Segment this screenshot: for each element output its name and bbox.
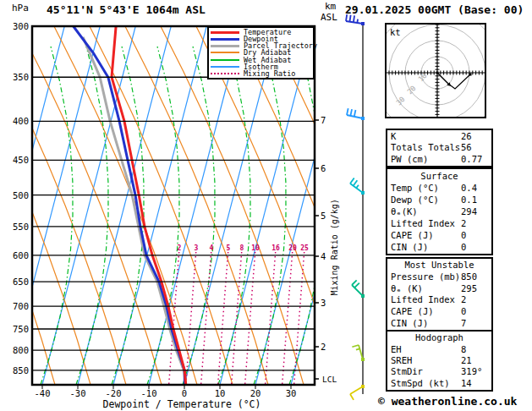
row-label: PW (cm) xyxy=(391,154,461,165)
temp-tick-label: -20 xyxy=(106,388,122,398)
row-value: 56 xyxy=(461,142,491,153)
table-row: CIN (J)7 xyxy=(391,318,491,329)
legend-swatch xyxy=(211,52,239,53)
row-value: 0 xyxy=(461,306,491,317)
mixing-ratio-value: 3 xyxy=(195,244,199,252)
legend-swatch xyxy=(211,45,239,47)
pressure-tick-label: 400 xyxy=(13,116,29,126)
lcl-label: LCL xyxy=(322,375,337,384)
isotherm-line xyxy=(220,26,313,385)
row-label: SREH xyxy=(391,355,461,366)
hodograph-ring-label: 30 xyxy=(394,95,406,107)
legend-item: Mixing Ratio xyxy=(211,70,311,77)
skewt-chart: 2345810162025300350400450500550600650700… xyxy=(0,0,379,411)
km-tick-label: 6 xyxy=(321,163,326,173)
dry-adiabat-line xyxy=(54,26,197,385)
mixing-ratio-value: 20 xyxy=(288,244,297,252)
row-label: StmSpd (kt) xyxy=(391,378,461,389)
row-value: 14 xyxy=(461,378,491,389)
table-row: Lifted Index2 xyxy=(391,218,491,229)
row-value: 7 xyxy=(461,318,491,329)
table-header: Surface xyxy=(391,171,491,182)
mixing-ratio-value: 10 xyxy=(251,244,260,252)
table-row: Pressure (mb)850 xyxy=(391,271,491,282)
temp-tick-label: 20 xyxy=(250,388,261,398)
row-label: Lifted Index xyxy=(391,218,461,229)
isotherm-line xyxy=(78,26,171,385)
hodograph-table: HodographEH8SREH21StmDir319°StmSpd (kt)1… xyxy=(386,330,493,392)
row-label: StmDir xyxy=(391,366,461,377)
hodograph-marker xyxy=(469,74,472,76)
table-row: SREH21 xyxy=(391,355,491,366)
wet-adiabat-line xyxy=(218,47,250,385)
pressure-tick-label: 650 xyxy=(13,277,29,287)
table-row: EH8 xyxy=(391,344,491,355)
pressure-tick-label: 800 xyxy=(13,345,29,355)
isotherm-line xyxy=(184,26,277,385)
isotherm-line xyxy=(113,26,206,385)
table-row: StmSpd (kt)14 xyxy=(391,378,491,389)
row-label: Temp (°C) xyxy=(391,183,461,194)
pressure-tick-label: 300 xyxy=(13,21,29,31)
km-tick-label: 7 xyxy=(321,115,326,125)
km-tick-label: 5 xyxy=(321,211,326,221)
pressure-tick-label: 350 xyxy=(13,72,29,82)
pressure-tick-label: 550 xyxy=(13,222,29,232)
km-tick-label: 4 xyxy=(321,251,326,261)
row-value: 0.4 xyxy=(461,183,491,194)
dry-adiabat-line xyxy=(161,26,304,385)
wet-adiabat-line xyxy=(254,47,286,385)
row-value: 26 xyxy=(461,131,491,142)
pressure-tick-label: 700 xyxy=(13,301,29,311)
row-value: 0.77 xyxy=(461,154,491,165)
skewt-sounding-panel: hPa 45°11'N 5°43'E 1064m ASL km ASL 29.0… xyxy=(0,0,532,411)
row-value: 295 xyxy=(461,283,491,294)
dewpoint-curve xyxy=(74,26,185,385)
row-label: Totals Totals xyxy=(391,142,461,153)
row-label: CAPE (J) xyxy=(391,230,461,241)
row-label: K xyxy=(391,131,461,142)
row-label: θₑ(K) xyxy=(391,206,461,217)
pressure-tick-label: 600 xyxy=(13,250,29,260)
mixing-ratio-line xyxy=(245,252,255,385)
wet-adiabat-line xyxy=(183,47,215,385)
mixing-ratio-value: 4 xyxy=(210,244,214,252)
temperature-curve xyxy=(112,26,186,385)
legend-label: Mixing Ratio xyxy=(244,70,295,77)
legend-swatch xyxy=(211,59,239,61)
mixing-ratio-value: 8 xyxy=(240,244,244,252)
legend-swatch xyxy=(211,38,239,41)
hodograph-plot: 102030kt xyxy=(387,25,485,117)
most-unstable-table: Most UnstablePressure (mb)850θₑ (K)295Li… xyxy=(386,257,493,332)
table-row: Dewp (°C)0.1 xyxy=(391,195,491,206)
row-value: 0 xyxy=(461,242,491,253)
pressure-tick-label: 850 xyxy=(13,365,29,375)
table-row: PW (cm)0.77 xyxy=(391,154,491,165)
temp-tick-label: -10 xyxy=(141,388,157,398)
mixing-ratio-line xyxy=(232,252,242,385)
pressure-tick-label: 450 xyxy=(13,155,29,165)
legend: TemperatureDewpointParcel TrajectoryDry … xyxy=(207,26,315,79)
mixing-ratio-value: 16 xyxy=(271,244,280,252)
table-row: K26 xyxy=(391,131,491,142)
x-axis-title: Dewpoint / Temperature (°C) xyxy=(85,398,279,410)
copyright-link[interactable]: © weatheronline.co.uk xyxy=(378,395,517,408)
isotherm-line xyxy=(42,26,135,385)
row-value: 8 xyxy=(461,344,491,355)
table-header: Hodograph xyxy=(391,332,491,343)
row-value: 319° xyxy=(461,366,491,377)
row-value: 0.1 xyxy=(461,195,491,206)
table-header: Most Unstable xyxy=(391,260,491,271)
wind-barb xyxy=(346,14,365,25)
mixing-ratio-axis-label: Mixing Ratio (g/kg) xyxy=(330,186,339,296)
row-label: CIN (J) xyxy=(391,242,461,253)
dry-adiabat-line xyxy=(125,26,268,385)
hodograph-inset: 102030kt xyxy=(385,23,486,118)
row-value: 294 xyxy=(461,206,491,217)
row-value: 2 xyxy=(461,294,491,305)
temp-tick-label: 10 xyxy=(215,388,226,398)
km-tick-label: 3 xyxy=(321,298,326,308)
row-label: CAPE (J) xyxy=(391,306,461,317)
table-row: CIN (J)0 xyxy=(391,242,491,253)
mixing-ratio-value: 2 xyxy=(178,244,182,252)
